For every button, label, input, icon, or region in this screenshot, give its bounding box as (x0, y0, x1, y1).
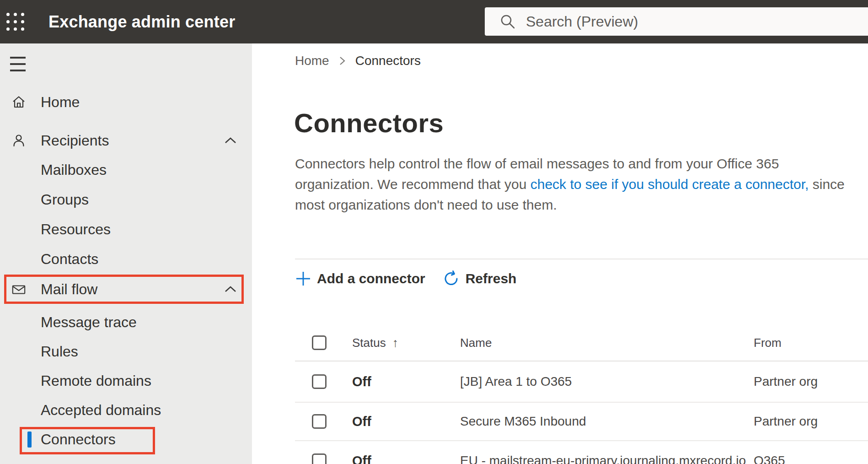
table-row[interactable]: Off Secure M365 Inbound Partner org (295, 403, 868, 441)
sidebar-item-resources[interactable]: Resources (0, 215, 252, 244)
sidebar-item-home[interactable]: Home (0, 87, 252, 117)
sidebar-item-label: Groups (41, 191, 89, 208)
sidebar-item-label: Rules (41, 343, 78, 360)
plus-icon (295, 270, 311, 287)
sidebar-item-label: Home (41, 94, 80, 111)
sort-ascending-icon: ↑ (392, 336, 399, 350)
sidebar-item-contacts[interactable]: Contacts (0, 244, 252, 274)
refresh-icon (443, 270, 460, 287)
column-header-from[interactable]: From (754, 336, 868, 350)
connectors-table: Status ↑ Name From Off [JB] Area 1 to O3… (295, 325, 868, 464)
sidebar-item-mailboxes[interactable]: Mailboxes (0, 155, 252, 184)
column-header-status[interactable]: Status ↑ (352, 336, 460, 350)
sidebar-item-label: Mailboxes (41, 162, 107, 178)
breadcrumb-chevron-icon (339, 56, 345, 66)
name-cell: Secure M365 Inbound (460, 414, 754, 429)
person-icon (11, 133, 26, 148)
sidebar-item-label: Message trace (41, 314, 137, 331)
from-cell: O365 (754, 453, 868, 464)
page-description: Connectors help control the flow of emai… (295, 153, 851, 215)
sidebar-item-label: Recipients (41, 132, 109, 149)
name-cell: EU - mailstream-eu-primary.journaling.mx… (460, 453, 754, 464)
sidebar-nav: Home Recipients Mailboxes Groups Resourc… (0, 43, 252, 464)
select-all-checkbox[interactable] (312, 335, 327, 350)
annotation-box-mail-flow (4, 275, 244, 304)
add-connector-label: Add a connector (317, 271, 425, 286)
sidebar-item-remote-domains[interactable]: Remote domains (0, 366, 252, 395)
collapse-nav-button[interactable] (10, 56, 27, 72)
status-cell: Off (352, 374, 460, 389)
sidebar-item-label: Contacts (41, 251, 98, 268)
breadcrumb-home-link[interactable]: Home (295, 54, 329, 68)
sidebar-item-accepted-domains[interactable]: Accepted domains (0, 395, 252, 425)
toolbar: Add a connector Refresh (295, 266, 534, 291)
status-cell: Off (352, 453, 460, 464)
sidebar-item-label: Remote domains (41, 372, 151, 389)
app-launcher-button[interactable] (0, 0, 30, 43)
sidebar-item-label: Resources (41, 221, 111, 238)
main-content: Home Connectors Connectors Connectors he… (252, 43, 868, 464)
exchange-admin-center-window: Exchange admin center Home (0, 0, 868, 464)
sidebar-item-message-trace[interactable]: Message trace (0, 308, 252, 337)
name-cell: [JB] Area 1 to O365 (460, 374, 754, 389)
sidebar-item-label: Accepted domains (41, 402, 161, 419)
table-header-row: Status ↑ Name From (295, 325, 868, 361)
refresh-label: Refresh (466, 271, 517, 286)
app-title: Exchange admin center (48, 12, 235, 32)
waffle-icon (6, 13, 24, 31)
row-checkbox[interactable] (312, 414, 327, 429)
top-app-bar: Exchange admin center (0, 0, 868, 43)
create-connector-check-link[interactable]: check to see if you should create a conn… (530, 177, 809, 192)
table-row[interactable]: Off EU - mailstream-eu-primary.journalin… (295, 441, 868, 464)
from-cell: Partner org (754, 374, 868, 389)
status-cell: Off (352, 414, 460, 429)
page-title: Connectors (294, 108, 444, 138)
home-icon (11, 95, 26, 109)
toolbar-divider (295, 259, 868, 259)
search-icon (499, 13, 516, 30)
from-cell: Partner org (754, 414, 868, 429)
breadcrumb-current: Connectors (355, 54, 421, 68)
table-row[interactable]: Off [JB] Area 1 to O365 Partner org (295, 361, 868, 403)
refresh-button[interactable]: Refresh (443, 270, 517, 287)
row-checkbox[interactable] (312, 453, 327, 464)
sidebar-item-recipients[interactable]: Recipients (0, 126, 252, 155)
breadcrumb: Home Connectors (295, 53, 421, 69)
sidebar-item-groups[interactable]: Groups (0, 185, 252, 214)
annotation-box-connectors (20, 427, 155, 454)
chevron-up-icon (224, 136, 237, 145)
add-connector-button[interactable]: Add a connector (295, 270, 425, 287)
sidebar-item-rules[interactable]: Rules (0, 337, 252, 366)
row-checkbox[interactable] (312, 374, 327, 389)
search-input[interactable] (516, 7, 868, 36)
global-search-box (485, 7, 868, 36)
column-header-name[interactable]: Name (460, 336, 754, 350)
